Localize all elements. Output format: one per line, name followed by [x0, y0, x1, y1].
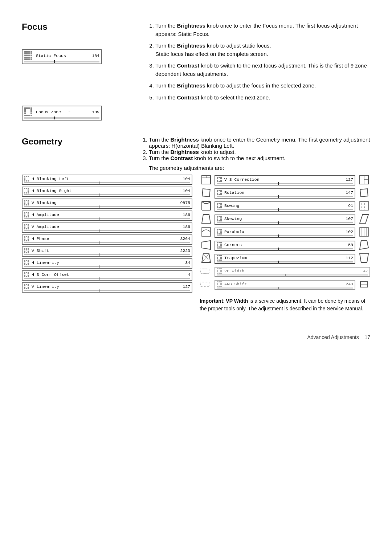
pixel-art-static-focus — [24, 51, 32, 60]
vp-width-icon — [200, 266, 210, 276]
pixel-art-focus-zone — [24, 107, 32, 116]
v-shift-widget: V Shift 2223 — [22, 246, 192, 257]
v-amplitude-label: V Amplitude — [32, 224, 181, 229]
v-blanking-slider — [24, 206, 190, 207]
focus-right: Turn the Brightness knob once to enter t… — [149, 22, 370, 126]
trapezium-right-icon — [359, 253, 369, 263]
h-amplitude-label: H Amplitude — [32, 212, 181, 217]
trapezium-label: Trapezium — [224, 256, 344, 260]
vs-correction-icon — [201, 175, 211, 185]
pixel-skewing — [217, 216, 222, 221]
v-shift-label: V Shift — [32, 248, 179, 253]
icon-rotation-right — [358, 188, 370, 199]
focus-title: Focus — [22, 22, 48, 32]
corners-icon — [201, 240, 211, 250]
pixel-arb-shift — [217, 281, 222, 287]
focus-zone-widget: Focus Zone 1 189 — [22, 106, 102, 121]
svg-rect-17 — [202, 228, 211, 236]
pixel-h-blank-right — [24, 188, 29, 193]
svg-rect-12 — [360, 201, 368, 210]
hs-corr-offset-slider — [24, 278, 190, 279]
svg-rect-30 — [200, 269, 209, 273]
icon-skewing-right — [358, 214, 370, 225]
geo-left-col: H Blanking Left 104 — [22, 175, 192, 313]
arb-shift-label: ARB Shift — [224, 282, 344, 286]
svg-rect-6 — [202, 189, 210, 197]
svg-rect-7 — [360, 189, 368, 197]
footer: Advanced Adjustments 17 — [22, 334, 370, 340]
pixel-trapezium — [217, 255, 222, 261]
v-shift-value: 2223 — [180, 248, 190, 253]
icon-trapezium — [200, 253, 212, 264]
h-linearity-widget: H Linearity 34 — [22, 258, 192, 269]
arb-shift-value: 248 — [346, 282, 353, 286]
geometry-instructions: Turn the Brightness knob once to enter t… — [149, 136, 370, 161]
h-phase-slider — [24, 242, 190, 243]
svg-marker-16 — [360, 215, 368, 223]
h-amplitude-value: 186 — [183, 212, 190, 217]
footer-text: Advanced Adjustments — [307, 334, 359, 340]
v-linearity-value: 127 — [183, 284, 190, 289]
pixel-bowing — [217, 203, 222, 208]
bowing-value: 91 — [348, 203, 353, 208]
svg-line-24 — [360, 241, 361, 249]
icon-rotation — [200, 188, 212, 199]
static-focus-label: Static Focus — [36, 53, 90, 58]
parabola-label: Parabola — [224, 229, 344, 234]
h-linearity-label: H Linearity — [32, 260, 184, 265]
h-amplitude-slider — [24, 218, 190, 219]
geometry-title: Geometry — [22, 136, 138, 147]
pixel-v-shift — [24, 248, 29, 253]
h-blanking-right-label: H Blanking Right — [32, 188, 181, 193]
icon-arb-shift — [200, 279, 212, 290]
parabola-value: 102 — [346, 229, 353, 234]
parabola-icon — [201, 227, 211, 237]
pixel-rotation — [217, 190, 222, 195]
geo-step-3: Turn the Contrast knob to switch to the … — [149, 155, 370, 161]
v-blanking-value: 9875 — [180, 200, 190, 205]
h-amplitude-widget: H Amplitude 186 — [22, 211, 192, 221]
vs-correction-slider — [217, 183, 353, 184]
vp-width-value: 47 — [363, 269, 368, 273]
arb-shift-widget: ARB Shift 248 — [215, 280, 355, 290]
icon-vs-right — [358, 175, 370, 186]
geometry-section: Geometry Turn the Brightness knob once t… — [22, 136, 370, 313]
page: Focus Static Focus 184 — [22, 22, 370, 340]
svg-marker-29 — [360, 254, 368, 262]
rotation-slider — [217, 196, 353, 197]
skewing-slider — [217, 222, 353, 223]
v-linearity-widget: V Linearity 127 — [22, 282, 192, 293]
geo-step-2: Turn the Brightness knob to adjust. — [149, 149, 370, 155]
icon-parabola — [200, 227, 212, 238]
svg-marker-22 — [202, 241, 211, 249]
bowing-label: Bowing — [224, 203, 347, 208]
h-blanking-left-label: H Blanking Left — [32, 176, 181, 181]
static-focus-slider — [24, 61, 99, 62]
arb-shift-slider — [217, 287, 353, 289]
h-phase-label: H Phase — [32, 236, 179, 241]
v-linearity-label: V Linearity — [32, 284, 181, 289]
focus-section: Focus Static Focus 184 — [22, 22, 370, 126]
icon-corners — [200, 240, 212, 251]
rotation-right-icon — [359, 188, 369, 198]
trapezium-icon — [201, 253, 211, 263]
icon-corners-right — [358, 240, 370, 251]
corners-widget: Corners 58 — [215, 241, 355, 251]
icon-parabola-right — [358, 227, 370, 238]
skewing-value: 107 — [346, 216, 353, 221]
focus-zone-value: 189 — [92, 110, 99, 114]
corners-label: Corners — [224, 242, 347, 247]
v-amplitude-value: 186 — [183, 224, 190, 229]
focus-instructions: Turn the Brightness knob once to enter t… — [149, 22, 370, 102]
pixel-h-amplitude — [24, 212, 29, 217]
pixel-h-blank-left — [24, 176, 29, 181]
rotation-icon — [201, 188, 211, 198]
geometry-intro: Turn the Brightness knob once to enter t… — [149, 136, 370, 171]
pixel-parabola — [217, 229, 222, 234]
icon-bowing — [200, 201, 212, 212]
v-blanking-label: V Blanking — [32, 200, 179, 205]
vs-right-icon — [359, 175, 369, 185]
adjustments-label: The geometry adjustments are: — [149, 165, 370, 171]
geo-step-1: Turn the Brightness knob once to enter t… — [149, 136, 370, 149]
pixel-vs-correction — [217, 177, 222, 182]
